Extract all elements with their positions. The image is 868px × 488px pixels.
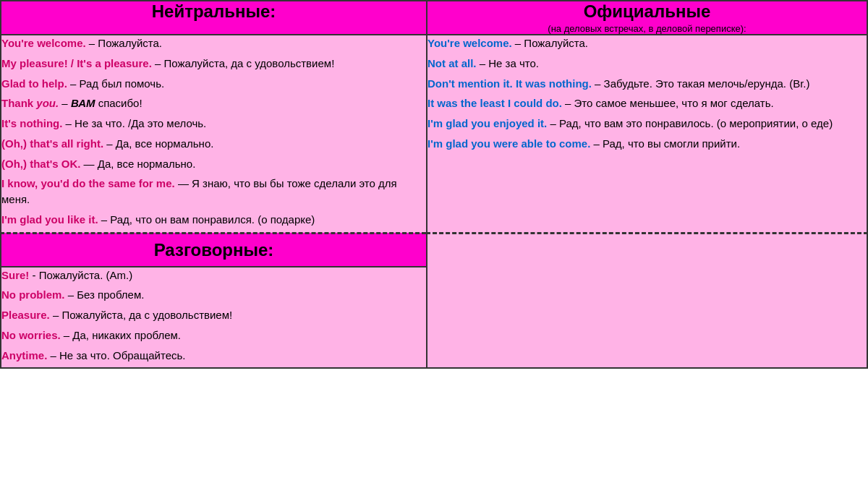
main-table: Нейтральные: Официальные (на деловых вст… bbox=[0, 0, 868, 369]
neutral-content: You're welcome. – Пожалуйста. My pleasur… bbox=[1, 35, 427, 233]
phrase-block: No problem. – Без проблем. bbox=[1, 287, 426, 303]
phrase-block: I'm glad you enjoyed it. – Рад, что вам … bbox=[427, 116, 867, 132]
phrase-en: Not at all. bbox=[427, 57, 477, 69]
phrase-block: My pleasure! / It's a pleasure. – Пожалу… bbox=[1, 56, 426, 72]
phrase-block: It was the least I could do. – Это самое… bbox=[427, 95, 867, 111]
phrase-en: I'm glad you like it. bbox=[1, 213, 98, 226]
phrase-en: I know, you'd do the same for me. bbox=[1, 177, 175, 189]
phrase-en: Thank you. bbox=[1, 97, 59, 109]
phrase-block: (Oh,) that's OK. — Да, все нормально. bbox=[1, 156, 426, 172]
neutral-title: Нейтральные: bbox=[1, 1, 426, 22]
colloquial-header: Разговорные: bbox=[1, 233, 427, 267]
phrase-block: Pleasure. – Пожалуйста, да с удовольстви… bbox=[1, 307, 426, 323]
phrase-en: It was the least I could do. bbox=[427, 97, 562, 109]
phrase-en: I'm glad you enjoyed it. bbox=[427, 117, 547, 129]
official-subtitle: (на деловых встречах, в деловой переписк… bbox=[427, 23, 867, 34]
phrase-block: Sure! - Пожалуйста. (Am.) bbox=[1, 267, 426, 283]
phrase-block: Not at all. – Не за что. bbox=[427, 56, 867, 72]
phrase-en: You're welcome. bbox=[1, 37, 86, 49]
phrase-en: Anytime. bbox=[1, 349, 47, 361]
phrase-en: No problem. bbox=[1, 288, 65, 301]
phrase-block: (Oh,) that's all right. – Да, все нормал… bbox=[1, 136, 426, 152]
neutral-header: Нейтральные: bbox=[1, 1, 427, 35]
phrase-en: My pleasure! / It's a pleasure. bbox=[1, 57, 152, 69]
official-content: You're welcome. – Пожалуйста. Not at all… bbox=[427, 35, 867, 233]
phrase-en: Don't mention it. It was nothing. bbox=[427, 77, 592, 90]
phrase-en: It's nothing. bbox=[1, 117, 62, 129]
phrase-block: Anytime. – Не за что. Обращайтесь. bbox=[1, 348, 426, 364]
phrase-en: (Oh,) that's all right. bbox=[1, 137, 103, 150]
phrase-block: I know, you'd do the same for me. — Я зн… bbox=[1, 176, 426, 207]
phrase-block: Glad to help. – Рад был помочь. bbox=[1, 76, 426, 92]
phrase-block: I'm glad you were able to come. – Рад, ч… bbox=[427, 136, 867, 152]
phrase-en: (Oh,) that's OK. bbox=[1, 158, 80, 170]
colloquial-content: Sure! - Пожалуйста. (Am.) No problem. – … bbox=[1, 267, 427, 369]
phrase-block: It's nothing. – Не за что. /Да это мелоч… bbox=[1, 116, 426, 132]
phrase-block: Thank you. – ВАМ спасибо! bbox=[1, 95, 426, 111]
official-content-extra bbox=[427, 233, 867, 368]
phrase-en: You're welcome. bbox=[427, 37, 512, 49]
phrase-en: Sure! bbox=[1, 269, 29, 281]
phrase-block: You're welcome. – Пожалуйста. bbox=[1, 35, 426, 51]
phrase-block: I'm glad you like it. – Рад, что он вам … bbox=[1, 212, 426, 228]
official-header: Официальные (на деловых встречах, в дело… bbox=[427, 1, 867, 35]
phrase-en: I'm glad you were able to come. bbox=[427, 137, 590, 150]
phrase-block: Don't mention it. It was nothing. – Забу… bbox=[427, 76, 867, 92]
phrase-en: No worries. bbox=[1, 329, 61, 341]
official-title: Официальные bbox=[427, 1, 867, 22]
phrase-en: Pleasure. bbox=[1, 309, 50, 321]
colloquial-title: Разговорные: bbox=[7, 240, 420, 260]
phrase-block: You're welcome. – Пожалуйста. bbox=[427, 35, 867, 51]
phrase-en: Glad to help. bbox=[1, 77, 67, 90]
phrase-block: No worries. – Да, никаких проблем. bbox=[1, 328, 426, 343]
